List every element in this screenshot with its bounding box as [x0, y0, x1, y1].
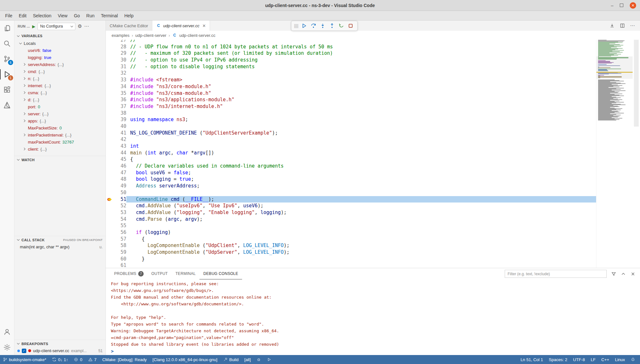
code-line[interactable]: 28// - UDP flow from n0 to n1 of 1024 by…	[106, 44, 596, 50]
code-line[interactable]: 36#include "ns3/applications-module.h"	[106, 96, 596, 103]
gutter-glyph[interactable]	[106, 216, 114, 223]
code-line[interactable]: 35#include "ns3/csma-module.h"	[106, 90, 596, 97]
variables-section-header[interactable]: VARIABLES	[14, 32, 105, 40]
code-line[interactable]: 49 Address serverAddress;	[106, 183, 596, 189]
activity-item-extensions[interactable]	[0, 82, 14, 97]
breakpoint-checkbox[interactable]: ✓	[22, 349, 26, 353]
code-line[interactable]: 53 cmd.AddValue ("logging", "Enable logg…	[106, 209, 596, 216]
code-line[interactable]: 37#include "ns3/internet-module.h"	[106, 103, 596, 110]
code-line[interactable]: 45{	[106, 156, 596, 163]
close-icon[interactable]: ✕	[630, 2, 636, 9]
code-editor[interactable]: 27//28// - UDP flow from n0 to n1 of 102…	[106, 40, 640, 268]
variable-row-csma[interactable]: csma:{...}	[14, 89, 105, 96]
menu-selection[interactable]: Selection	[30, 11, 55, 20]
gear-icon[interactable]: ⚙	[78, 23, 82, 29]
debug-config-dropdown[interactable]: No Configura	[38, 23, 75, 30]
gutter-glyph[interactable]	[106, 222, 114, 229]
variable-row-internet[interactable]: internet:{...}	[14, 82, 105, 89]
gutter-glyph[interactable]	[106, 110, 114, 117]
gutter-glyph[interactable]	[106, 116, 114, 123]
code-line[interactable]: 41NS_LOG_COMPONENT_DEFINE ("UdpClientSer…	[106, 130, 596, 136]
code-line[interactable]: 27//	[106, 40, 596, 44]
menu-file[interactable]: File	[2, 11, 16, 20]
status-item--clang-12-0-0-x86-64-pc-[interactable]: [Clang 12.0.0 x86_64-pc-linux-gnu]	[150, 355, 220, 364]
tab-cmake-cache-editor[interactable]: CMake Cache Editor	[106, 21, 152, 31]
start-debugging-icon[interactable]: ▶	[32, 24, 35, 29]
close-icon[interactable]: ✕	[202, 23, 206, 28]
code-line[interactable]: 51 CommandLine cmd (__FILE__);	[106, 196, 596, 203]
status-item-utf-8[interactable]: UTF-8	[570, 355, 588, 364]
minimize-icon[interactable]: –	[611, 3, 613, 8]
code-line[interactable]: 52 cmd.AddValue ("useIpv6", "Use Ipv6", …	[106, 203, 596, 209]
variable-row-serverAddress[interactable]: serverAddress:{...}	[14, 61, 105, 68]
code-line[interactable]: 56 if (logging)	[106, 229, 596, 236]
activity-item-explorer[interactable]	[0, 21, 14, 36]
restart-button[interactable]	[337, 22, 346, 30]
gutter-glyph[interactable]	[106, 156, 114, 163]
panel-tab-terminal[interactable]: TERMINAL	[172, 268, 199, 279]
status-item-linux[interactable]: Linux	[612, 355, 628, 364]
breakpoints-section-header[interactable]: BREAKPOINTS	[14, 340, 105, 347]
more-actions-icon[interactable]: ⋯	[630, 23, 635, 29]
scrollbar-thumb[interactable]	[634, 40, 639, 127]
status-item-spaces-2[interactable]: Spaces: 2	[546, 355, 570, 364]
variable-row-apps[interactable]: apps:{...}	[14, 117, 105, 124]
gutter-glyph[interactable]	[106, 209, 114, 216]
gutter-glyph[interactable]	[106, 96, 114, 103]
breadcrumb-item[interactable]: udp-client-server	[135, 33, 166, 38]
status-item-play-icon[interactable]	[264, 355, 274, 364]
gutter-glyph[interactable]	[106, 256, 114, 262]
debug-console-output[interactable]: For bug reporting instructions, please s…	[106, 279, 640, 347]
gutter-glyph[interactable]	[106, 136, 114, 143]
code-line[interactable]: 54 cmd.Parse (argc, argv);	[106, 216, 596, 223]
gutter-glyph[interactable]	[106, 57, 114, 63]
menu-edit[interactable]: Edit	[16, 11, 30, 20]
code-line[interactable]: 48 bool logging = true;	[106, 176, 596, 183]
code-line[interactable]: 34#include "ns3/core-module.h"	[106, 83, 596, 90]
panel-tab-debug-console[interactable]: DEBUG CONSOLE	[199, 268, 242, 279]
activity-item-source-control[interactable]: 6	[0, 51, 14, 67]
call-stack-frame[interactable]: main(int argc, char ** argv)u.	[14, 244, 105, 250]
gutter-glyph[interactable]	[106, 44, 114, 50]
code-line[interactable]: 38	[106, 110, 596, 117]
variable-row-maxPacketCount[interactable]: maxPacketCount:32767	[14, 138, 105, 145]
gutter-glyph[interactable]	[106, 150, 114, 156]
menu-help[interactable]: Help	[121, 11, 137, 20]
gutter-glyph[interactable]	[106, 170, 114, 176]
code-line[interactable]: 40	[106, 123, 596, 130]
step-over-button[interactable]	[309, 22, 318, 30]
editor-scrollbar[interactable]	[633, 40, 640, 268]
gutter-glyph[interactable]	[106, 242, 114, 249]
activity-item-cmake[interactable]	[0, 97, 14, 113]
variable-row-n[interactable]: n:{...}	[14, 75, 105, 82]
gutter-glyph[interactable]	[106, 176, 114, 183]
download-icon[interactable]	[610, 23, 615, 28]
breadcrumb-item[interactable]: udp-client-server.cc	[179, 33, 215, 38]
maximize-icon[interactable]	[620, 4, 623, 7]
status-item--all-[interactable]: [all]	[241, 355, 254, 364]
drag-handle-icon[interactable]: ⣿⣿	[294, 24, 298, 28]
gutter-glyph[interactable]	[106, 90, 114, 97]
gutter-glyph[interactable]	[106, 143, 114, 150]
gutter-glyph[interactable]	[106, 50, 114, 57]
tab-udp-client-server-cc[interactable]: Cudp-client-server.cc✕	[152, 21, 210, 31]
code-line[interactable]: 55	[106, 222, 596, 229]
chevron-up-icon[interactable]	[621, 271, 626, 277]
call-stack-section-header[interactable]: CALL STACK PAUSED ON BREAKPOINT	[14, 236, 105, 244]
continue-button[interactable]	[300, 22, 308, 30]
more-actions-icon[interactable]: ⋯	[84, 23, 89, 29]
variable-row-MaxPacketSize[interactable]: MaxPacketSize:0	[14, 124, 105, 131]
gutter-glyph[interactable]	[106, 163, 114, 170]
step-into-button[interactable]	[319, 22, 327, 30]
menu-run[interactable]: Run	[83, 11, 98, 20]
variables-scope-locals[interactable]: Locals	[14, 40, 105, 47]
variable-row-logging[interactable]: logging:true	[14, 54, 105, 61]
gutter-glyph[interactable]	[106, 70, 114, 77]
activity-item-run-and-debug[interactable]: 1	[0, 67, 14, 82]
status-item-0-1-[interactable]: 0↓ 1↑	[49, 355, 71, 364]
status-item-bell-icon[interactable]	[628, 355, 638, 364]
code-line[interactable]: 57 {	[106, 236, 596, 243]
status-item-buildsystem-cmake-[interactable]: buildsystem-cmake*	[0, 355, 49, 364]
gutter-glyph[interactable]	[106, 236, 114, 243]
console-filter-input[interactable]	[505, 270, 607, 278]
